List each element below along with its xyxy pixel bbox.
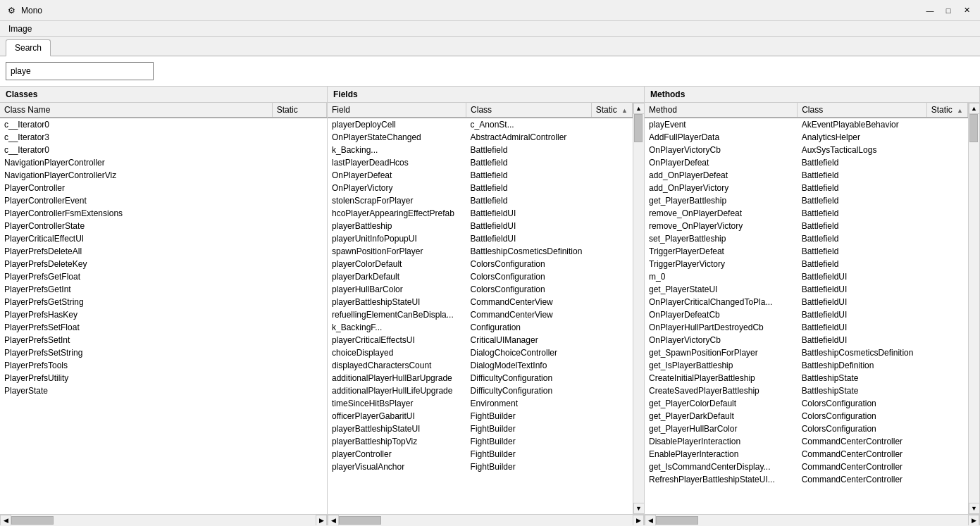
table-row[interactable]: playEventAkEventPlayableBehavior — [645, 118, 968, 131]
table-row[interactable]: PlayerControllerState — [0, 220, 327, 232]
table-row[interactable]: get_SpawnPositionForPlayerBattleshipCosm… — [645, 346, 968, 359]
methods-scroll-area[interactable]: Method Class Static ▲ — [645, 103, 968, 514]
table-row[interactable]: spawnPositionForPlayerBattleshipCosmetic… — [328, 245, 633, 258]
col-header-static-methods[interactable]: Static ▲ — [926, 103, 967, 118]
fields-vscroll-thumb[interactable] — [634, 114, 643, 142]
table-row[interactable]: TriggerPlayerVictoryBattlefield — [645, 258, 968, 270]
col-header-class-methods[interactable]: Class — [798, 103, 927, 118]
classes-hscroll-thumb[interactable] — [11, 516, 54, 525]
table-row[interactable]: EnablePlayerInteractionCommandCenterCont… — [645, 448, 968, 461]
search-input[interactable] — [6, 62, 154, 80]
table-row[interactable]: get_IsPlayerBattleshipBattleshipDefiniti… — [645, 359, 968, 372]
table-row[interactable]: stolenScrapForPlayerBattlefield — [328, 194, 633, 207]
table-row[interactable]: PlayerPrefsSetString — [0, 346, 327, 359]
col-header-class-fields[interactable]: Class — [466, 103, 592, 118]
classes-hscroll-right[interactable]: ▶ — [316, 515, 327, 526]
table-row[interactable]: PlayerControllerEvent — [0, 194, 327, 207]
table-row[interactable]: playerColorDefaultColorsConfiguration — [328, 258, 633, 270]
col-header-method[interactable]: Method — [645, 103, 798, 118]
fields-hscroll-left[interactable]: ◀ — [328, 515, 339, 526]
table-row[interactable]: officerPlayerGabaritUIFightBuilder — [328, 410, 633, 422]
table-row[interactable]: OnPlayerHullPartDestroyedCbBattlefieldUI — [645, 321, 968, 334]
fields-hscrollbar[interactable]: ◀ ▶ — [328, 514, 644, 525]
table-row[interactable]: PlayerCriticalEffectUI — [0, 232, 327, 245]
table-row[interactable]: set_PlayerBattleshipBattlefield — [645, 232, 968, 245]
methods-hscroll-left[interactable]: ◀ — [645, 515, 656, 526]
table-row[interactable]: OnPlayerCriticalChangedToPla...Battlefie… — [645, 296, 968, 308]
table-row[interactable]: playerUnitInfoPopupUIBattlefieldUI — [328, 232, 633, 245]
table-row[interactable]: OnPlayerDefeatBattlefield — [328, 169, 633, 182]
table-row[interactable]: PlayerPrefsTools — [0, 359, 327, 372]
col-header-classname[interactable]: Class Name — [0, 103, 272, 118]
table-row[interactable]: refuellingElementCanBeDispla...CommandCe… — [328, 308, 633, 321]
fields-vscroll-track[interactable] — [633, 114, 644, 503]
classes-hscroll-track[interactable] — [11, 515, 316, 525]
table-row[interactable]: PlayerControllerFsmExtensions — [0, 207, 327, 220]
table-row[interactable]: k_Backing...Battlefield — [328, 144, 633, 156]
table-row[interactable]: OnPlayerDefeatBattlefield — [645, 156, 968, 169]
table-row[interactable]: playerBattleshipStateUICommandCenterView — [328, 296, 633, 308]
methods-vscroll-track[interactable] — [969, 114, 979, 503]
fields-hscroll-track[interactable] — [339, 515, 633, 525]
col-header-static-classes[interactable]: Static — [272, 103, 326, 118]
methods-vscroll-up[interactable]: ▲ — [969, 103, 980, 114]
methods-vscroll-down[interactable]: ▼ — [969, 503, 980, 514]
table-row[interactable]: additionalPlayerHullBarUpgradeDifficulty… — [328, 372, 633, 384]
table-row[interactable]: OnPlayerStateChangedAbstractAdmiralContr… — [328, 131, 633, 144]
table-row[interactable]: OnPlayerVictoryBattlefield — [328, 182, 633, 194]
menu-item-image[interactable]: Image — [3, 23, 37, 35]
table-row[interactable]: playerDeployCellc_AnonSt... — [328, 118, 633, 131]
table-row[interactable]: c__Iterator0 — [0, 144, 327, 156]
table-row[interactable]: k_BackingF...Configuration — [328, 321, 633, 334]
classes-hscrollbar[interactable]: ◀ ▶ — [0, 514, 327, 525]
fields-vscroll-down[interactable]: ▼ — [633, 503, 645, 514]
table-row[interactable]: add_OnPlayerDefeatBattlefield — [645, 169, 968, 182]
table-row[interactable]: add_OnPlayerVictoryBattlefield — [645, 182, 968, 194]
table-row[interactable]: get_IsCommandCenterDisplay...CommandCent… — [645, 461, 968, 473]
table-row[interactable]: get_PlayerColorDefaultColorsConfiguratio… — [645, 397, 968, 410]
methods-hscroll-track[interactable] — [656, 515, 968, 525]
col-header-static-fields[interactable]: Static ▲ — [591, 103, 632, 118]
table-row[interactable]: get_PlayerBattleshipBattlefield — [645, 194, 968, 207]
table-row[interactable]: playerControllerFightBuilder — [328, 448, 633, 461]
table-row[interactable]: hcoPlayerAppearingEffectPrefabBattlefiel… — [328, 207, 633, 220]
table-row[interactable]: playerVisualAnchorFightBuilder — [328, 461, 633, 473]
fields-scroll-area[interactable]: Field Class Static ▲ — [328, 103, 633, 514]
table-row[interactable]: playerCriticalEffectsUICriticalUIManager — [328, 334, 633, 346]
methods-hscrollbar[interactable]: ◀ ▶ — [645, 514, 979, 525]
table-row[interactable]: DisablePlayerInteractionCommandCenterCon… — [645, 435, 968, 448]
maximize-button[interactable]: □ — [941, 3, 956, 18]
table-row[interactable]: PlayerPrefsGetInt — [0, 283, 327, 296]
table-row[interactable]: OnPlayerVictoryCbAuxSysTacticalLogs — [645, 144, 968, 156]
table-row[interactable]: OnPlayerVictoryCbBattlefieldUI — [645, 334, 968, 346]
methods-hscroll-thumb[interactable] — [656, 516, 698, 525]
table-row[interactable]: displayedCharactersCountDialogModelTextI… — [328, 359, 633, 372]
table-row[interactable]: PlayerPrefsDeleteAll — [0, 245, 327, 258]
classes-hscroll-left[interactable]: ◀ — [0, 515, 11, 526]
table-row[interactable]: CreateInitialPlayerBattleshipBattleshipS… — [645, 372, 968, 384]
table-row[interactable]: lastPlayerDeadHcosBattlefield — [328, 156, 633, 169]
table-row[interactable]: timeSinceHitBsPlayerEnvironment — [328, 397, 633, 410]
table-row[interactable]: additionalPlayerHullLifeUpgradeDifficult… — [328, 384, 633, 397]
table-row[interactable]: OnPlayerDefeatCbBattlefieldUI — [645, 308, 968, 321]
table-row[interactable]: get_PlayerStateUIBattlefieldUI — [645, 283, 968, 296]
table-row[interactable]: c__Iterator0 — [0, 118, 327, 131]
table-row[interactable]: remove_OnPlayerVictoryBattlefield — [645, 220, 968, 232]
table-row[interactable]: PlayerState — [0, 384, 327, 397]
table-row[interactable]: TriggerPlayerDefeatBattlefield — [645, 245, 968, 258]
table-row[interactable]: playerHullBarColorColorsConfiguration — [328, 283, 633, 296]
table-row[interactable]: PlayerPrefsDeleteKey — [0, 258, 327, 270]
table-row[interactable]: playerBattleshipTopVizFightBuilder — [328, 435, 633, 448]
table-row[interactable]: PlayerPrefsGetString — [0, 296, 327, 308]
table-row[interactable]: remove_OnPlayerDefeatBattlefield — [645, 207, 968, 220]
classes-scroll-area[interactable]: Class Name Static c__Iterator0c__Iterato… — [0, 103, 327, 514]
table-row[interactable]: PlayerPrefsSetFloat — [0, 321, 327, 334]
table-row[interactable]: playerBattleshipBattlefieldUI — [328, 220, 633, 232]
table-row[interactable]: c__Iterator3 — [0, 131, 327, 144]
table-row[interactable]: RefreshPlayerBattleshipStateUI...Command… — [645, 473, 968, 486]
tab-search[interactable]: Search — [6, 39, 51, 56]
fields-hscroll-thumb[interactable] — [339, 516, 381, 525]
table-row[interactable]: NavigationPlayerController — [0, 156, 327, 169]
table-row[interactable]: PlayerPrefsGetFloat — [0, 270, 327, 283]
table-row[interactable]: CreateSavedPlayerBattleshipBattleshipSta… — [645, 384, 968, 397]
